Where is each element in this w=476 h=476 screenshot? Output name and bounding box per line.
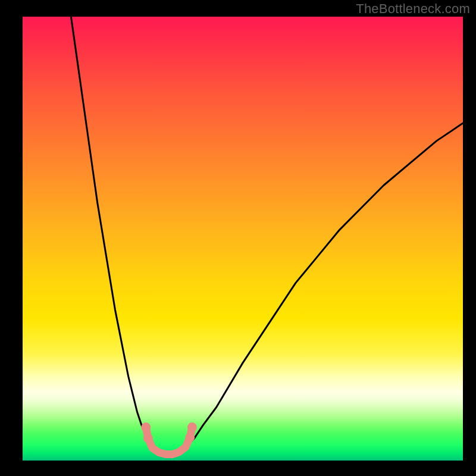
svg-point-2	[185, 433, 195, 442]
chart-frame: TheBottleneck.com	[0, 0, 476, 476]
svg-point-0	[141, 422, 151, 432]
curve-layer	[23, 17, 463, 461]
watermark-text: TheBottleneck.com	[356, 1, 470, 17]
svg-point-1	[143, 434, 153, 443]
svg-point-3	[187, 422, 197, 432]
right-curve	[186, 123, 463, 447]
left-curve	[71, 17, 155, 447]
valley-band	[141, 422, 197, 455]
plot-area	[23, 17, 463, 461]
